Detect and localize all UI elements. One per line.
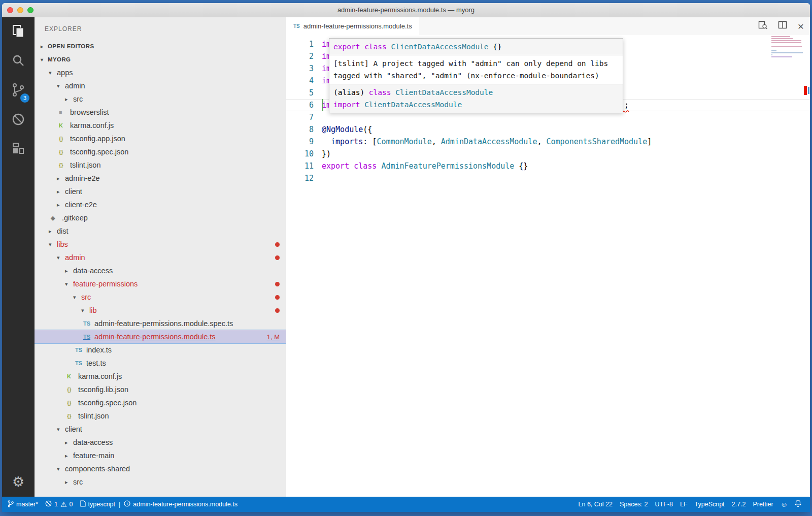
error-dot-icon	[275, 242, 280, 247]
vscode-window: admin-feature-permissions.module.ts — my…	[2, 3, 810, 512]
open-preview-icon[interactable]	[758, 20, 768, 32]
tree-item-label: src	[73, 95, 83, 103]
line-number: 9	[286, 136, 322, 148]
tree-item[interactable]: ▸ dist	[35, 224, 286, 238]
tree-item-label: data-access	[73, 438, 113, 446]
editor-tab[interactable]: TS admin-feature-permissions.module.ts	[286, 17, 419, 35]
code-line[interactable]: 10 })	[286, 148, 810, 160]
tree-item[interactable]: ▸ src	[35, 475, 286, 489]
debug-activity-button[interactable]	[2, 106, 35, 135]
files-icon	[11, 23, 26, 41]
cursor-position-status[interactable]: Ln 6, Col 22	[575, 497, 616, 512]
overview-ruler-error-mark	[804, 86, 807, 95]
tree-item[interactable]: ▸ client-e2e	[35, 198, 286, 211]
tree-item[interactable]: ▸ data-access	[35, 436, 286, 449]
problems-status[interactable]: 1 ⚠ 0	[42, 497, 76, 512]
notifications-button[interactable]	[791, 497, 805, 512]
tree-item[interactable]: ▾ components-shared	[35, 462, 286, 475]
twisty-icon: ▾	[65, 281, 73, 287]
workspace-root-section-header[interactable]: ▾ MYORG	[35, 53, 286, 66]
indentation-status[interactable]: Spaces: 2	[616, 497, 652, 512]
document-icon	[80, 500, 86, 508]
twisty-icon: ▸	[65, 268, 73, 274]
extensions-activity-button[interactable]	[2, 135, 35, 165]
minimize-window-button[interactable]	[17, 7, 23, 13]
tree-item[interactable]: TS admin-feature-permissions.module.spec…	[35, 317, 286, 330]
formatter-status[interactable]: Prettier	[749, 497, 776, 512]
tab-label: admin-feature-permissions.module.ts	[303, 22, 412, 30]
tree-item-label: src	[81, 293, 91, 301]
file-type-icon: TS	[83, 334, 94, 340]
code-line[interactable]: 11 export class AdminFeaturePermissionsM…	[286, 160, 810, 172]
minimap[interactable]	[771, 36, 804, 60]
tree-item[interactable]: ▾ libs	[35, 238, 286, 251]
code-line-text: @NgModule({	[322, 123, 810, 136]
tree-item[interactable]: ▾ feature-permissions	[35, 277, 286, 291]
code-line[interactable]: 8 @NgModule({	[286, 123, 810, 136]
status-separator: |	[118, 501, 121, 508]
line-number: 6	[286, 99, 322, 111]
tree-item[interactable]: TS index.ts	[35, 343, 286, 357]
tree-item-label: client-e2e	[65, 201, 97, 209]
tree-item[interactable]: {} tsconfig.spec.json	[35, 396, 286, 409]
tree-item-label: admin	[65, 253, 85, 262]
language-mode-status[interactable]: TypeScript	[691, 497, 728, 512]
search-activity-button[interactable]	[2, 47, 35, 76]
tree-item[interactable]: {} tslint.json	[35, 158, 286, 172]
tree-item-label: client	[65, 187, 82, 196]
explorer-activity-button[interactable]	[2, 17, 35, 47]
tree-item[interactable]: {} tsconfig.spec.json	[35, 145, 286, 158]
typescript-file-icon: TS	[293, 23, 300, 29]
tree-item[interactable]: ▸ admin-e2e	[35, 172, 286, 185]
linter-status[interactable]: typescript | admin-feature-permissions.m…	[77, 497, 241, 512]
git-branch-status[interactable]: master*	[4, 497, 42, 512]
status-bar: master* 1 ⚠ 0 typescript | admin-feature…	[2, 497, 810, 512]
tree-item[interactable]: ▾ lib	[35, 304, 286, 317]
tree-item[interactable]: ▾ src	[35, 291, 286, 304]
twisty-icon: ▾	[57, 426, 65, 433]
search-icon	[11, 53, 25, 70]
tree-item[interactable]: ▾ admin	[35, 251, 286, 264]
source-control-activity-button[interactable]: 3	[2, 76, 35, 106]
tree-item[interactable]: ▸ src	[35, 92, 286, 106]
tree-item[interactable]: ▸ data-access	[35, 264, 286, 277]
smiley-icon: ☺	[781, 501, 788, 508]
tree-item[interactable]: ▾ apps	[35, 66, 286, 79]
tree-item[interactable]: ◈ .gitkeep	[35, 211, 286, 224]
split-editor-icon[interactable]	[778, 20, 788, 32]
close-window-button[interactable]	[7, 7, 13, 13]
code-line[interactable]: 9 imports: [CommonModule, AdminDataAcces…	[286, 136, 810, 148]
tree-item[interactable]: K karma.conf.js	[35, 370, 286, 383]
code-line-text	[322, 172, 810, 184]
tree-item[interactable]: TS admin-feature-permissions.module.ts 1…	[35, 330, 286, 343]
tree-item[interactable]: ▾ client	[35, 423, 286, 436]
line-number: 3	[286, 62, 322, 75]
typescript-version-status[interactable]: 2.7.2	[728, 497, 750, 512]
code-area[interactable]: 1 import { NgModule } from '@angular/cor…	[286, 35, 810, 497]
tree-item-label: admin-e2e	[65, 174, 100, 182]
tree-item[interactable]: {} tsconfig.lib.json	[35, 383, 286, 396]
feedback-button[interactable]: ☺	[777, 497, 791, 512]
warning-count: 0	[70, 501, 73, 508]
line-number: 5	[286, 87, 322, 99]
settings-gear-button[interactable]: ⚙	[2, 467, 35, 497]
tree-item[interactable]: ▸ client	[35, 185, 286, 198]
open-editors-section-header[interactable]: ▸ OPEN EDITORS	[35, 40, 286, 53]
tree-item[interactable]: {} tsconfig.app.json	[35, 132, 286, 145]
tree-item[interactable]: ▾ admin	[35, 79, 286, 92]
twisty-icon: ▸	[65, 96, 73, 103]
eol-status[interactable]: LF	[676, 497, 691, 512]
file-type-icon: K	[67, 373, 78, 379]
line-number: 2	[286, 50, 322, 62]
encoding-status[interactable]: UTF-8	[652, 497, 676, 512]
tree-item[interactable]: K karma.conf.js	[35, 119, 286, 132]
twisty-icon: ▸	[49, 228, 57, 235]
zoom-window-button[interactable]	[27, 7, 33, 13]
tree-item[interactable]: ≡ browserslist	[35, 106, 286, 119]
title-bar[interactable]: admin-feature-permissions.module.ts — my…	[2, 3, 810, 17]
code-line[interactable]: 12	[286, 172, 810, 184]
tree-item[interactable]: ▸ feature-main	[35, 449, 286, 462]
close-editor-icon[interactable]: ×	[798, 21, 804, 31]
tree-item[interactable]: TS test.ts	[35, 357, 286, 370]
tree-item[interactable]: {} tslint.json	[35, 409, 286, 423]
